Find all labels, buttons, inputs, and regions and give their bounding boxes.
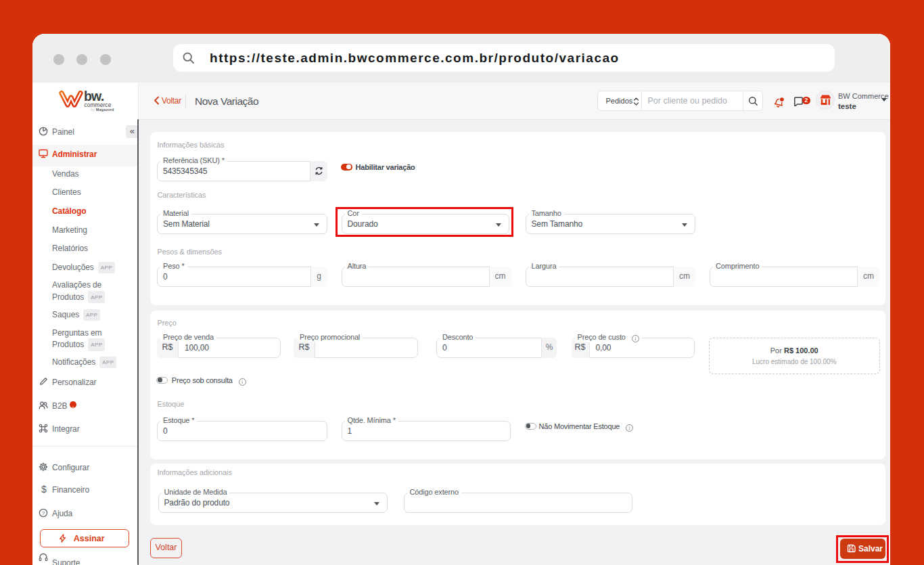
svg-text:?: ?: [42, 510, 45, 516]
